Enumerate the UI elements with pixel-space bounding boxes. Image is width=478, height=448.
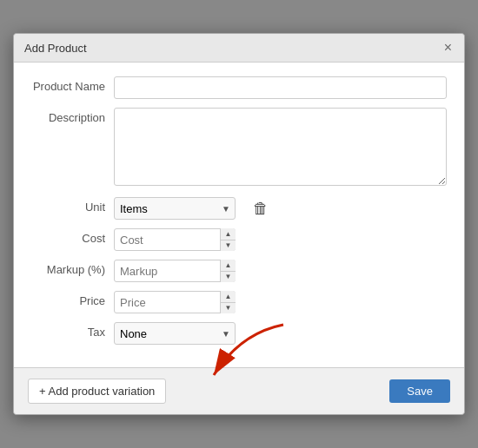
dialog-title: Add Product [24,42,87,55]
arrow-down-icon: ▼ [225,241,232,249]
add-product-variation-button[interactable]: + Add product variation [28,379,166,404]
dialog-body: Product Name Description Unit Items Kg L… [14,63,464,367]
price-spinner-buttons: ▲ ▼ [220,291,236,313]
price-label: Price [31,291,114,307]
trash-icon: 🗑 [253,200,269,217]
markup-field-wrapper: ▲ ▼ [114,260,447,282]
add-product-dialog: Add Product × Product Name Description U… [13,33,465,415]
save-button[interactable]: Save [389,379,450,403]
cost-row: Cost ▲ ▼ [31,228,447,251]
unit-select[interactable]: Items Kg Lbs Hours [114,197,236,220]
product-name-input[interactable] [114,76,447,99]
arrow-down-icon: ▼ [225,304,232,312]
dialog-header: Add Product × [14,34,464,63]
dialog-footer: + Add product variation Save [14,367,464,414]
markup-label: Markup (%) [31,260,114,276]
arrow-up-icon: ▲ [225,230,232,238]
markup-spinner-buttons: ▲ ▼ [220,260,236,282]
cost-decrement-button[interactable]: ▼ [221,240,236,252]
cost-input[interactable] [114,228,236,251]
cost-increment-button[interactable]: ▲ [221,228,236,240]
description-row: Description [31,108,447,188]
tax-select[interactable]: None GST VAT HST [114,322,236,345]
tax-select-wrapper: None GST VAT HST ▼ [114,322,236,345]
markup-row: Markup (%) ▲ ▼ [31,260,447,282]
cost-spinner-wrapper: ▲ ▼ [114,228,236,251]
price-field-wrapper: ▲ ▼ [114,291,447,313]
cost-field-wrapper: ▲ ▼ [114,228,447,251]
markup-decrement-button[interactable]: ▼ [221,272,236,283]
description-field-wrapper [114,108,447,188]
product-name-label: Product Name [31,76,114,93]
price-decrement-button[interactable]: ▼ [221,303,236,314]
price-increment-button[interactable]: ▲ [221,291,236,303]
product-name-row: Product Name [31,76,447,99]
arrow-down-icon: ▼ [225,273,232,280]
description-input[interactable] [114,108,447,186]
arrow-up-icon: ▲ [225,293,232,300]
markup-increment-button[interactable]: ▲ [221,260,236,272]
tax-row: Tax None GST VAT HST ▼ [31,322,447,345]
price-row: Price ▲ ▼ [31,291,447,313]
unit-field-wrapper: Items Kg Lbs Hours ▼ 🗑 [114,197,447,220]
price-input[interactable] [114,291,236,313]
price-spinner-wrapper: ▲ ▼ [114,291,236,313]
cost-label: Cost [31,228,114,245]
delete-unit-button[interactable]: 🗑 [253,200,269,218]
unit-row: Unit Items Kg Lbs Hours ▼ 🗑 [31,197,447,220]
product-name-field-wrapper [114,76,447,99]
unit-label: Unit [31,197,114,214]
cost-spinner-buttons: ▲ ▼ [220,228,236,251]
close-button[interactable]: × [442,41,454,55]
tax-field-wrapper: None GST VAT HST ▼ [114,322,447,345]
markup-input[interactable] [114,260,236,282]
description-label: Description [31,108,114,124]
unit-select-wrapper: Items Kg Lbs Hours ▼ [114,197,236,220]
markup-spinner-wrapper: ▲ ▼ [114,260,236,282]
arrow-up-icon: ▲ [225,261,232,269]
tax-label: Tax [31,322,114,339]
